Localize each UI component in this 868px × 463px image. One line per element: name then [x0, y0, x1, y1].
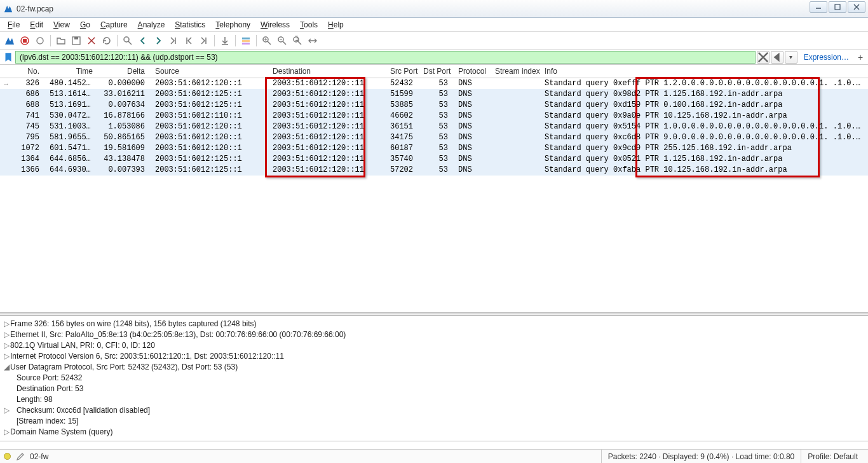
detail-line[interactable]: ▷Domain Name System (query)	[4, 427, 864, 438]
menu-capture[interactable]: Capture	[95, 19, 133, 31]
col-source[interactable]: Source	[151, 65, 269, 78]
packet-row[interactable]: 741530.04729416.8781662003:51:6012:110::…	[0, 111, 868, 121]
detail-line[interactable]: ▷802.1Q Virtual LAN, PRI: 0, CFI: 0, ID:…	[4, 340, 864, 351]
filter-add-button[interactable]: +	[855, 52, 865, 62]
display-filter-input[interactable]	[15, 51, 756, 64]
packet-row[interactable]: 745531.1003801.0530862003:51:6012:120::1…	[0, 121, 868, 132]
toolbar-open-icon[interactable]	[54, 34, 68, 48]
toolbar-last-icon[interactable]	[197, 34, 211, 48]
packet-details-pane[interactable]: ▷Frame 326: 156 bytes on wire (1248 bits…	[0, 315, 868, 441]
svg-rect-6	[74, 37, 78, 39]
title-bar: 02-fw.pcap	[0, 0, 868, 18]
filter-clear-button[interactable]	[757, 51, 770, 64]
svg-point-4	[37, 38, 43, 44]
detail-line[interactable]: [Stream index: 15]	[4, 416, 864, 427]
menu-file[interactable]: File	[3, 19, 25, 31]
packet-row[interactable]: 795581.96554550.8651652003:51:6012:120::…	[0, 132, 868, 143]
bookmark-icon[interactable]	[3, 52, 14, 63]
status-bar: 02-fw Packets: 2240 · Displayed: 9 (0.4%…	[0, 449, 868, 463]
detail-line[interactable]: ▷Internet Protocol Version 6, Src: 2003:…	[4, 351, 864, 362]
toolbar-save-icon[interactable]	[69, 34, 83, 48]
col-dst-port[interactable]: Dst Port	[419, 65, 454, 78]
col-destination[interactable]: Destination	[269, 65, 386, 78]
col-delta[interactable]: Delta	[99, 65, 151, 78]
status-file: 02-fw	[30, 452, 48, 461]
toolbar-prev-icon[interactable]	[136, 34, 150, 48]
svg-line-19	[283, 41, 286, 45]
svg-rect-10	[242, 38, 250, 39]
goto-arrow-icon: →	[3, 80, 10, 88]
col-time[interactable]: Time	[46, 65, 99, 78]
svg-line-22	[298, 41, 301, 45]
toolbar-zoom-out-icon[interactable]	[275, 34, 289, 48]
packet-list-pane: → No.TimeDeltaSourceDestinationSrc PortD…	[0, 65, 868, 313]
col-protocol[interactable]: Protocol	[454, 65, 491, 78]
toolbar-restart-icon[interactable]	[33, 34, 47, 48]
toolbar-goto-icon[interactable]	[166, 34, 180, 48]
packet-row[interactable]: 1364644.68563243.1384782003:51:6012:125:…	[0, 154, 868, 165]
toolbar-start-capture-icon[interactable]	[3, 34, 17, 48]
menu-analyze[interactable]: Analyze	[133, 19, 170, 31]
minimize-button[interactable]	[810, 1, 827, 13]
toolbar-find-icon[interactable]	[121, 34, 135, 48]
detail-line[interactable]: Destination Port: 53	[4, 384, 864, 394]
menu-edit[interactable]: Edit	[25, 19, 48, 31]
status-packets: Packets: 2240 · Displayed: 9 (0.4%) · Lo…	[601, 450, 801, 463]
menu-go[interactable]: Go	[75, 19, 95, 31]
svg-point-7	[124, 37, 129, 42]
col-stream-index[interactable]: Stream index	[491, 65, 541, 78]
detail-line[interactable]: ◢User Datagram Protocol, Src Port: 52432…	[4, 362, 864, 373]
svg-line-8	[128, 41, 132, 45]
packet-row[interactable]: 688513.1691280.0076342003:51:6012:125::1…	[0, 100, 868, 111]
svg-rect-11	[242, 40, 250, 42]
window-title: 02-fw.pcap	[17, 4, 53, 13]
toolbar-stop-icon[interactable]	[18, 34, 32, 48]
expression-button[interactable]: Expression…	[799, 53, 854, 62]
svg-rect-3	[23, 39, 27, 43]
menu-telephony[interactable]: Telephony	[210, 19, 255, 31]
filter-toolbar: ▾ Expression… +	[0, 50, 868, 65]
app-icon	[4, 4, 13, 13]
toolbar-next-icon[interactable]	[151, 34, 165, 48]
packet-table[interactable]: No.TimeDeltaSourceDestinationSrc PortDst…	[0, 65, 868, 176]
filter-apply-button[interactable]	[771, 51, 783, 64]
detail-line[interactable]: ▷Frame 326: 156 bytes on wire (1248 bits…	[4, 319, 864, 329]
col-info[interactable]: Info	[541, 65, 868, 78]
toolbar-first-icon[interactable]	[182, 34, 196, 48]
menu-tools[interactable]: Tools	[295, 19, 323, 31]
packet-row[interactable]: 1072601.54715419.5816092003:51:6012:120:…	[0, 143, 868, 154]
svg-line-16	[268, 41, 271, 45]
main-toolbar: 1	[0, 32, 868, 50]
col-no-[interactable]: No.	[0, 65, 46, 78]
toolbar-resize-cols-icon[interactable]	[306, 34, 320, 48]
edit-capture-comment-icon[interactable]	[16, 452, 25, 461]
status-profile[interactable]: Profile: Default	[801, 450, 864, 463]
filter-recent-button[interactable]: ▾	[785, 51, 797, 64]
menu-view[interactable]: View	[48, 19, 75, 31]
expert-info-icon[interactable]	[4, 453, 11, 460]
toolbar-close-icon[interactable]	[85, 34, 98, 48]
svg-rect-1	[835, 4, 840, 10]
detail-line[interactable]: ▷ Checksum: 0xcc6d [validation disabled]	[4, 405, 864, 416]
menu-statistics[interactable]: Statistics	[170, 19, 210, 31]
svg-rect-12	[242, 43, 250, 45]
menu-help[interactable]: Help	[323, 19, 349, 31]
col-src-port[interactable]: Src Port	[386, 65, 419, 78]
maximize-button[interactable]	[829, 1, 846, 13]
menu-wireless[interactable]: Wireless	[255, 19, 295, 31]
menu-bar: FileEditViewGoCaptureAnalyzeStatisticsTe…	[0, 18, 868, 32]
toolbar-zoom-in-icon[interactable]	[260, 34, 274, 48]
detail-line[interactable]: ▷Ethernet II, Src: PaloAlto_05:8e:13 (b4…	[4, 329, 864, 340]
toolbar-zoom-reset-icon[interactable]: 1	[290, 34, 304, 48]
packet-row[interactable]: 326480.1452830.0000002003:51:6012:120::1…	[0, 78, 868, 89]
packet-row[interactable]: 1366644.6930250.0073932003:51:6012:125::…	[0, 165, 868, 176]
detail-line[interactable]: Source Port: 52432	[4, 373, 864, 384]
toolbar-colorize-icon[interactable]	[239, 34, 253, 48]
detail-line[interactable]: Length: 98	[4, 394, 864, 405]
toolbar-autoscroll-icon[interactable]	[218, 34, 232, 48]
close-button[interactable]	[848, 1, 865, 13]
packet-row[interactable]: 686513.16149433.0162112003:51:6012:125::…	[0, 89, 868, 100]
toolbar-reload-icon[interactable]	[100, 34, 114, 48]
